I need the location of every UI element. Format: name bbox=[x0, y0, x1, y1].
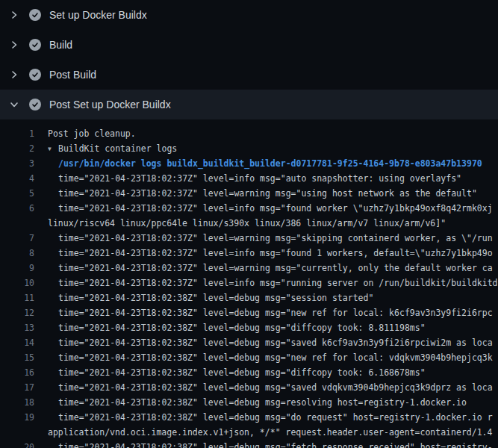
log-text: time="2021-04-23T18:02:37Z" level=info m… bbox=[58, 203, 493, 214]
log-text: time="2021-04-23T18:02:38Z" level=debug … bbox=[58, 293, 373, 303]
line-number[interactable]: 3 bbox=[0, 156, 34, 171]
log-line: 2 ▼BuildKit container logs bbox=[0, 141, 498, 156]
step-row[interactable]: Set up Docker Buildx bbox=[0, 0, 498, 30]
line-number[interactable] bbox=[0, 216, 34, 231]
line-number[interactable]: 17 bbox=[0, 380, 34, 395]
log-text: time="2021-04-23T18:02:38Z" level=debug … bbox=[58, 412, 493, 423]
log-line: 15 time="2021-04-23T18:02:38Z" level=deb… bbox=[0, 350, 498, 365]
check-circle-icon bbox=[29, 9, 41, 21]
log-line: 6 time="2021-04-23T18:02:37Z" level=info… bbox=[0, 201, 498, 216]
line-number[interactable]: 13 bbox=[0, 320, 34, 335]
log-line: 16 time="2021-04-23T18:02:38Z" level=deb… bbox=[0, 365, 498, 380]
line-number[interactable]: 14 bbox=[0, 335, 34, 350]
log-text: time="2021-04-23T18:02:37Z" level=info m… bbox=[58, 173, 461, 184]
log-line: 3 /usr/bin/docker logs buildx_buildkit_b… bbox=[0, 156, 498, 171]
log-line: 20 time="2021-04-23T18:02:38Z" level=deb… bbox=[0, 440, 498, 448]
step-row[interactable]: Build bbox=[0, 30, 498, 60]
log-line: 9 time="2021-04-23T18:02:37Z" level=warn… bbox=[0, 261, 498, 276]
check-circle-icon bbox=[29, 99, 41, 111]
line-number[interactable]: 6 bbox=[0, 201, 34, 216]
log-line: 5 time="2021-04-23T18:02:37Z" level=warn… bbox=[0, 186, 498, 201]
check-circle-icon bbox=[29, 39, 41, 51]
log-line: 7 time="2021-04-23T18:02:37Z" level=warn… bbox=[0, 231, 498, 246]
log-line: 17 time="2021-04-23T18:02:38Z" level=deb… bbox=[0, 380, 498, 395]
steps-list: Set up Docker Buildx Build Post Build bbox=[0, 0, 498, 119]
actions-log-viewer: Set up Docker Buildx Build Post Build bbox=[0, 0, 498, 448]
log-text: time="2021-04-23T18:02:37Z" level=info m… bbox=[58, 278, 498, 288]
log-text: time="2021-04-23T18:02:37Z" level=info m… bbox=[58, 248, 493, 258]
line-number[interactable]: 18 bbox=[0, 395, 34, 410]
log-text: time="2021-04-23T18:02:37Z" level=warnin… bbox=[58, 188, 477, 199]
line-number[interactable]: 7 bbox=[0, 231, 34, 246]
line-number[interactable]: 8 bbox=[0, 246, 34, 261]
log-line: 13 time="2021-04-23T18:02:38Z" level=deb… bbox=[0, 320, 498, 335]
log-line: 12 time="2021-04-23T18:02:38Z" level=deb… bbox=[0, 305, 498, 320]
step-row[interactable]: Post Set up Docker Buildx bbox=[0, 90, 498, 119]
log-text: time="2021-04-23T18:02:38Z" level=debug … bbox=[58, 308, 493, 318]
log-text[interactable]: BuildKit container logs bbox=[58, 143, 177, 154]
log-text: time="2021-04-23T18:02:38Z" level=debug … bbox=[58, 367, 426, 378]
log-line: 18 time="2021-04-23T18:02:38Z" level=deb… bbox=[0, 395, 498, 410]
log-line: 4 time="2021-04-23T18:02:37Z" level=info… bbox=[0, 171, 498, 186]
line-number[interactable]: 15 bbox=[0, 350, 34, 365]
line-number[interactable]: 4 bbox=[0, 171, 34, 186]
line-number[interactable]: 19 bbox=[0, 410, 34, 425]
line-number[interactable] bbox=[0, 425, 34, 440]
chevron-right-icon[interactable] bbox=[9, 40, 19, 50]
check-circle-icon bbox=[29, 69, 41, 81]
log-line: 1 Post job cleanup. bbox=[0, 126, 498, 141]
log-text: time="2021-04-23T18:02:37Z" level=warnin… bbox=[58, 233, 493, 243]
step-label: Post Set up Docker Buildx bbox=[49, 99, 171, 111]
log-output: 1 Post job cleanup. 2 ▼BuildKit containe… bbox=[0, 119, 498, 448]
log-text: time="2021-04-23T18:02:38Z" level=debug … bbox=[58, 442, 493, 448]
line-number[interactable]: 5 bbox=[0, 186, 34, 201]
step-row[interactable]: Post Build bbox=[0, 60, 498, 90]
log-group-triangle-icon[interactable]: ▼ bbox=[48, 142, 58, 156]
chevron-right-icon[interactable] bbox=[9, 10, 19, 20]
line-number[interactable]: 11 bbox=[0, 290, 34, 305]
line-number[interactable]: 20 bbox=[0, 440, 34, 448]
log-text: time="2021-04-23T18:02:38Z" level=debug … bbox=[58, 397, 467, 408]
log-line: linux/riscv64 linux/ppc64le linux/s390x … bbox=[0, 216, 498, 231]
log-line: application/vnd.oci.image.index.v1+json,… bbox=[0, 425, 498, 440]
line-number[interactable]: 12 bbox=[0, 305, 34, 320]
log-line: 10 time="2021-04-23T18:02:37Z" level=inf… bbox=[0, 276, 498, 290]
log-text: time="2021-04-23T18:02:37Z" level=warnin… bbox=[58, 263, 493, 273]
line-number[interactable]: 1 bbox=[0, 126, 34, 141]
chevron-down-icon[interactable] bbox=[9, 99, 19, 110]
log-line: 14 time="2021-04-23T18:02:38Z" level=deb… bbox=[0, 335, 498, 350]
log-text: /usr/bin/docker logs buildx_buildkit_bui… bbox=[58, 158, 482, 169]
step-label: Build bbox=[49, 39, 72, 51]
step-label: Post Build bbox=[49, 69, 96, 81]
log-text: linux/riscv64 linux/ppc64le linux/s390x … bbox=[48, 218, 446, 228]
chevron-right-icon[interactable] bbox=[9, 69, 19, 80]
line-number[interactable]: 16 bbox=[0, 365, 34, 380]
line-number[interactable]: 2 bbox=[0, 141, 34, 156]
log-text: time="2021-04-23T18:02:38Z" level=debug … bbox=[58, 352, 493, 363]
log-text: time="2021-04-23T18:02:38Z" level=debug … bbox=[58, 323, 426, 333]
log-line: 11 time="2021-04-23T18:02:38Z" level=deb… bbox=[0, 290, 498, 305]
log-text: time="2021-04-23T18:02:38Z" level=debug … bbox=[58, 382, 493, 393]
line-number[interactable]: 10 bbox=[0, 276, 34, 290]
log-text: time="2021-04-23T18:02:38Z" level=debug … bbox=[58, 337, 493, 348]
log-line: 19 time="2021-04-23T18:02:38Z" level=deb… bbox=[0, 410, 498, 425]
step-label: Set up Docker Buildx bbox=[49, 9, 147, 21]
log-line: 8 time="2021-04-23T18:02:37Z" level=info… bbox=[0, 246, 498, 261]
line-number[interactable]: 9 bbox=[0, 261, 34, 276]
log-text: Post job cleanup. bbox=[48, 128, 136, 139]
log-text: application/vnd.oci.image.index.v1+json,… bbox=[48, 427, 492, 438]
